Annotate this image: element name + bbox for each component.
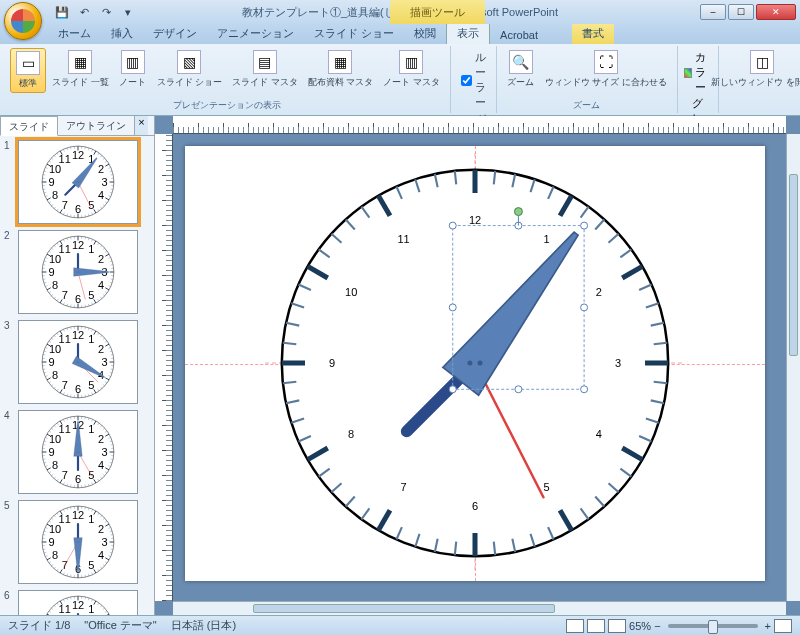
svg-text:12: 12 <box>72 329 84 341</box>
thumbnail-list[interactable]: 1 121234567891011 2 121234567891011 3 12… <box>0 136 154 615</box>
svg-text:1: 1 <box>88 333 94 345</box>
svg-line-491 <box>654 342 667 343</box>
svg-text:3: 3 <box>101 446 107 458</box>
svg-text:1: 1 <box>88 603 94 615</box>
svg-line-536 <box>455 170 456 183</box>
new-window-button[interactable]: ◫新しいウィンドウ を開く <box>725 48 800 91</box>
slide-panel: スライド アウトライン × 1 121234567891011 2 121234… <box>0 116 155 615</box>
status-language[interactable]: 日本語 (日本) <box>171 618 236 633</box>
view-slideshow-button[interactable]: ▧スライド ショー <box>153 48 227 91</box>
slides-tab[interactable]: スライド <box>0 116 58 136</box>
close-button[interactable]: ✕ <box>756 4 796 20</box>
view-normal-button[interactable]: ▭標準 <box>10 48 46 93</box>
svg-point-314 <box>77 452 78 453</box>
svg-text:6: 6 <box>75 293 81 305</box>
vertical-scrollbar[interactable] <box>786 134 800 601</box>
notes-master-button[interactable]: ▥ノート マスタ <box>379 48 444 91</box>
redo-icon[interactable]: ↷ <box>96 2 116 22</box>
svg-text:8: 8 <box>52 369 58 381</box>
svg-text:11: 11 <box>59 333 71 345</box>
outline-tab[interactable]: アウトライン <box>58 116 134 135</box>
zoom-button[interactable]: 🔍ズーム <box>503 48 539 91</box>
svg-point-157 <box>78 272 79 273</box>
svg-line-478 <box>494 170 495 183</box>
svg-text:12: 12 <box>72 509 84 521</box>
zoom-percent[interactable]: 65% <box>629 620 651 632</box>
zoom-in-button[interactable]: + <box>765 620 771 632</box>
undo-icon[interactable]: ↶ <box>74 2 94 22</box>
svg-text:11: 11 <box>59 423 71 435</box>
svg-text:5: 5 <box>543 480 549 492</box>
minimize-button[interactable]: – <box>700 4 726 20</box>
thumbnail-3[interactable]: 121234567891011 <box>18 320 138 404</box>
svg-text:12: 12 <box>72 149 84 161</box>
svg-text:2: 2 <box>98 163 104 175</box>
svg-point-313 <box>75 449 80 454</box>
view-slidesorter-button[interactable]: ▦スライド 一覧 <box>48 48 113 91</box>
title-bar: 💾 ↶ ↷ ▾ 教材テンプレート①_道具編(じこく).pptx - Micros… <box>0 0 800 24</box>
svg-point-236 <box>78 362 79 363</box>
horizontal-scrollbar[interactable] <box>173 601 786 615</box>
svg-point-77 <box>77 182 78 183</box>
contextual-tab-label: 描画ツール <box>390 0 485 24</box>
svg-line-523 <box>283 342 296 343</box>
svg-text:10: 10 <box>345 285 357 297</box>
svg-text:9: 9 <box>48 356 54 368</box>
svg-text:4: 4 <box>596 428 602 440</box>
view-notes-button[interactable]: ▥ノート <box>115 48 151 91</box>
slide-master-button[interactable]: ▤スライド マスタ <box>228 48 302 91</box>
tab-acrobat[interactable]: Acrobat <box>490 26 548 44</box>
tab-anim[interactable]: アニメーション <box>207 23 304 44</box>
svg-point-559 <box>449 303 456 310</box>
svg-text:9: 9 <box>48 536 54 548</box>
qat-more-icon[interactable]: ▾ <box>118 2 138 22</box>
group-zoom: ズーム <box>503 98 671 113</box>
normal-view-icon[interactable] <box>566 619 584 633</box>
color-mode-color[interactable]: カラー <box>684 50 712 95</box>
svg-text:1: 1 <box>543 233 549 245</box>
thumbnail-6[interactable]: 121234567891011 <box>18 590 138 615</box>
vertical-ruler[interactable] <box>155 134 173 601</box>
ruler-checkbox[interactable]: ルーラー <box>461 50 486 110</box>
tab-design[interactable]: デザイン <box>143 23 207 44</box>
svg-point-552 <box>460 348 489 377</box>
svg-text:4: 4 <box>98 279 104 291</box>
color-icon <box>684 68 692 78</box>
handout-master-button[interactable]: ▦配布資料 マスタ <box>304 48 378 91</box>
maximize-button[interactable]: ☐ <box>728 4 754 20</box>
svg-text:5: 5 <box>88 379 94 391</box>
panel-close-icon[interactable]: × <box>134 116 148 135</box>
tab-insert[interactable]: 挿入 <box>101 23 143 44</box>
zoom-out-button[interactable]: − <box>654 620 660 632</box>
svg-text:5: 5 <box>88 559 94 571</box>
svg-text:6: 6 <box>75 473 81 485</box>
svg-line-506 <box>494 541 495 554</box>
svg-text:11: 11 <box>59 153 71 165</box>
fit-window-button[interactable]: ⛶ウィンドウ サイズ に合わせる <box>541 48 671 91</box>
thumbnail-2[interactable]: 121234567891011 <box>18 230 138 314</box>
thumbnail-4[interactable]: 121234567891011 <box>18 410 138 494</box>
office-button[interactable] <box>4 2 42 40</box>
sorter-view-icon[interactable] <box>587 619 605 633</box>
horizontal-ruler[interactable] <box>173 116 786 134</box>
tab-view[interactable]: 表示 <box>446 22 490 44</box>
fit-to-window-icon[interactable] <box>774 619 792 633</box>
svg-line-508 <box>455 541 456 554</box>
tab-format[interactable]: 書式 <box>572 23 614 44</box>
slide-canvas[interactable]: 121234567891011 <box>185 146 765 581</box>
thumbnail-1[interactable]: 121234567891011 <box>18 140 138 224</box>
tab-slideshow[interactable]: スライド ショー <box>304 23 404 44</box>
zoom-slider[interactable] <box>668 624 758 628</box>
svg-text:2: 2 <box>596 285 602 297</box>
save-icon[interactable]: 💾 <box>52 2 72 22</box>
svg-text:4: 4 <box>98 459 104 471</box>
svg-point-553 <box>467 360 472 365</box>
tab-review[interactable]: 校閲 <box>404 23 446 44</box>
svg-text:9: 9 <box>48 446 54 458</box>
slideshow-view-icon[interactable] <box>608 619 626 633</box>
svg-text:9: 9 <box>329 357 335 369</box>
tab-home[interactable]: ホーム <box>48 23 101 44</box>
svg-line-493 <box>654 381 667 382</box>
thumbnail-5[interactable]: 121234567891011 <box>18 500 138 584</box>
svg-text:6: 6 <box>75 383 81 395</box>
